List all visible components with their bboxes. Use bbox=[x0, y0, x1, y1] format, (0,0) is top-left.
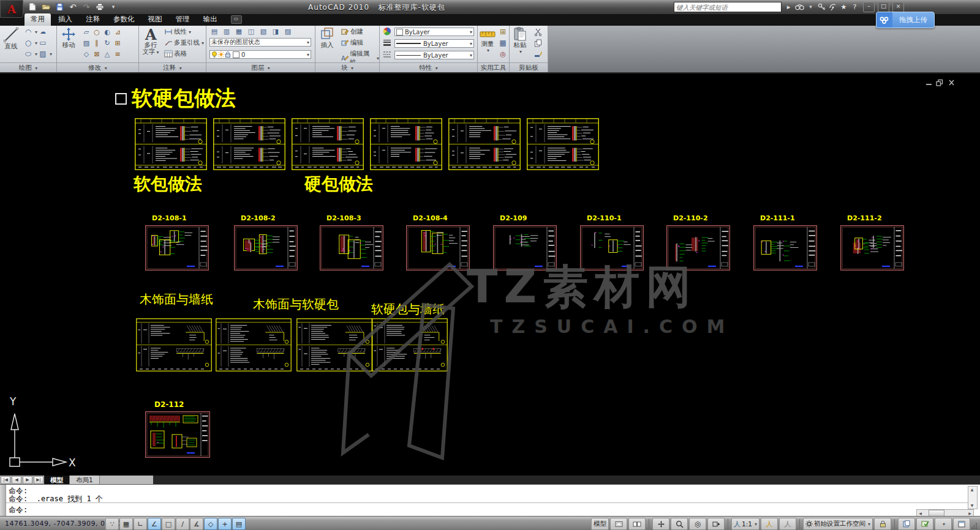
match-properties-icon[interactable] bbox=[533, 50, 543, 58]
object-color-combo[interactable]: ByLayer▾ bbox=[394, 28, 474, 36]
toggle-object-snap-tracking[interactable]: ∡ bbox=[190, 518, 203, 530]
mleader-label[interactable]: 多重引线 bbox=[174, 39, 200, 47]
favorites-icon[interactable]: ★ bbox=[839, 2, 849, 12]
tab-next-button[interactable]: ▶ bbox=[23, 476, 32, 484]
sheet-row3-1[interactable] bbox=[136, 318, 212, 371]
modify-tool-icon[interactable]: ≡ bbox=[113, 50, 123, 58]
layer-tool-icon[interactable]: ◫ bbox=[246, 27, 256, 35]
layer-state-combo[interactable]: 未保存的图层状态▾ bbox=[209, 38, 311, 47]
upload-overlay-button[interactable]: 拖拽上传 bbox=[876, 12, 935, 28]
ribbon-tab-输出[interactable]: 输出 bbox=[197, 13, 224, 26]
pan-button[interactable] bbox=[652, 518, 669, 530]
layer-tool-icon[interactable]: ◨ bbox=[271, 27, 281, 35]
modify-tool-icon[interactable]: ↻ bbox=[102, 39, 112, 47]
modify-tool-icon[interactable]: ◇ bbox=[81, 50, 91, 58]
mtext-button[interactable]: A 多行 文字▾ bbox=[140, 27, 161, 56]
show-motion-button[interactable] bbox=[707, 518, 725, 530]
ribbon-tab-管理[interactable]: 管理 bbox=[170, 13, 196, 26]
tray-check-button[interactable] bbox=[916, 518, 933, 530]
tray-settings-button[interactable] bbox=[898, 518, 915, 530]
panel-block-label[interactable]: 块 ▾ bbox=[315, 62, 379, 72]
modify-tool-icon[interactable]: ∥ bbox=[92, 39, 102, 47]
tab-model[interactable]: 模型 bbox=[44, 476, 69, 484]
linetype-icon[interactable] bbox=[382, 50, 392, 59]
create-block-label[interactable]: 创建 bbox=[350, 28, 363, 36]
tab-last-button[interactable]: ▶| bbox=[34, 476, 43, 484]
ellipse-icon[interactable]: ⬭ bbox=[23, 50, 33, 58]
command-window-grip[interactable] bbox=[0, 485, 6, 517]
modify-tool-icon[interactable]: ○ bbox=[92, 28, 102, 36]
linear-dimension-icon[interactable] bbox=[164, 28, 173, 36]
line-button[interactable]: 直线 bbox=[1, 27, 21, 50]
binoculars-icon[interactable] bbox=[794, 2, 805, 12]
minimize-button[interactable]: – bbox=[863, 2, 875, 12]
arc-icon[interactable]: ◠ bbox=[23, 28, 33, 36]
status-menu-button[interactable]: ▾ bbox=[935, 518, 952, 530]
panel-draw-label[interactable]: 绘图 ▾ bbox=[0, 62, 56, 72]
annotation-scale-button[interactable]: 人1:1▾ bbox=[731, 518, 760, 530]
panel-clipboard-label[interactable]: 剪贴板 bbox=[510, 62, 548, 72]
sheet-row1-5[interactable] bbox=[448, 118, 521, 170]
toolbar-lock-button[interactable] bbox=[874, 518, 891, 530]
scroll-down-icon[interactable]: ▼ bbox=[968, 502, 976, 509]
toggle-object-snap[interactable]: □ bbox=[162, 518, 175, 530]
layer-combo[interactable]: 0▾ bbox=[209, 50, 311, 59]
layer-tool-icon[interactable]: ▨ bbox=[283, 27, 293, 35]
modify-tool-icon[interactable]: ⊿ bbox=[113, 28, 123, 36]
measure-button[interactable]: 测量 ▾ bbox=[478, 27, 497, 54]
modify-tool-icon[interactable]: ▨ bbox=[81, 39, 91, 47]
search-input[interactable] bbox=[674, 2, 782, 12]
sheet-D2-111-2[interactable] bbox=[840, 225, 904, 271]
tab-first-button[interactable]: |◀ bbox=[1, 476, 10, 484]
panel-properties-label[interactable]: 特性 ▾ bbox=[380, 62, 477, 72]
modify-tool-icon[interactable]: ⊞ bbox=[113, 39, 123, 47]
copy-clip-icon[interactable] bbox=[533, 39, 543, 47]
toggle-quick-properties[interactable]: ▤ bbox=[232, 518, 246, 530]
panel-annotate-label[interactable]: 注释 ▾ bbox=[139, 62, 206, 72]
table-icon[interactable] bbox=[164, 50, 173, 58]
move-button[interactable]: 移动 bbox=[58, 27, 79, 48]
search-go-icon[interactable]: ▸ bbox=[783, 2, 794, 12]
toggle-polar-tracking[interactable]: ∠ bbox=[148, 518, 161, 530]
scroll-left-icon[interactable]: ◀ bbox=[917, 510, 924, 516]
linear-label[interactable]: 线性 bbox=[174, 28, 187, 36]
edit-block-icon[interactable] bbox=[340, 39, 350, 47]
create-block-icon[interactable] bbox=[340, 28, 350, 36]
zoom-button[interactable] bbox=[671, 518, 688, 530]
layer-lock-icon[interactable] bbox=[225, 51, 231, 58]
help-icon[interactable]: ? bbox=[850, 2, 860, 12]
layer-tool-icon[interactable]: ▤ bbox=[209, 27, 219, 35]
steering-wheel-button[interactable]: ◎ bbox=[689, 518, 706, 530]
lineweight-combo[interactable]: ByLayer▾ bbox=[394, 39, 474, 48]
multileader-icon[interactable] bbox=[164, 39, 173, 47]
color-wheel-icon[interactable] bbox=[382, 27, 392, 35]
ribbon-tab-参数化[interactable]: 参数化 bbox=[107, 13, 141, 26]
tab-layout1[interactable]: 布局1 bbox=[69, 476, 100, 484]
command-prompt[interactable]: 命令: bbox=[9, 505, 28, 515]
drawing-canvas[interactable]: 软硬包做法 D2-108-1D2-108-2D2-108-3D2-108-4D2… bbox=[0, 73, 980, 476]
modify-tool-icon[interactable]: △ bbox=[102, 50, 112, 58]
sheet-row1-1[interactable] bbox=[135, 118, 207, 170]
toggle-snap-mode[interactable]: ▦ bbox=[119, 518, 133, 530]
application-menu-button[interactable]: A bbox=[0, 0, 23, 18]
layer-tool-icon[interactable]: ▧ bbox=[258, 27, 268, 35]
ribbon-tab-注释[interactable]: 注释 bbox=[80, 13, 106, 26]
communication-center-icon[interactable] bbox=[827, 2, 838, 12]
layer-tool-icon[interactable]: ▥ bbox=[222, 27, 232, 35]
command-line-window[interactable]: 命令:命令: _.erase 找到 1 个 命令: ▲ ▼ ◀ ▶ bbox=[0, 484, 980, 516]
panel-layers-label[interactable]: 图层 ▾ bbox=[206, 62, 315, 72]
quick-view-layouts-button[interactable] bbox=[610, 518, 627, 530]
sheet-D2-108-1[interactable] bbox=[145, 225, 209, 271]
modify-tool-icon[interactable]: ◐ bbox=[102, 28, 112, 36]
panel-utilities-label[interactable]: 实用工具 ▾ bbox=[478, 62, 509, 72]
panel-modify-label[interactable]: 修改 ▾ bbox=[57, 62, 138, 72]
layer-tool-icon[interactable]: ▦ bbox=[234, 27, 244, 35]
ribbon-tab-常用[interactable]: 常用 bbox=[24, 13, 51, 26]
toggle-grid-display[interactable]: ∟ bbox=[134, 518, 147, 530]
annotation-auto-button[interactable]: 人 bbox=[779, 518, 796, 530]
command-vertical-scrollbar[interactable]: ▲ ▼ bbox=[968, 486, 978, 509]
toggle-infer-constraints[interactable]: ∵ bbox=[105, 518, 119, 530]
sheet-row1-6[interactable] bbox=[527, 118, 599, 170]
scroll-right-icon[interactable]: ▶ bbox=[967, 510, 973, 516]
hatch-icon[interactable]: ▨ bbox=[38, 50, 48, 58]
